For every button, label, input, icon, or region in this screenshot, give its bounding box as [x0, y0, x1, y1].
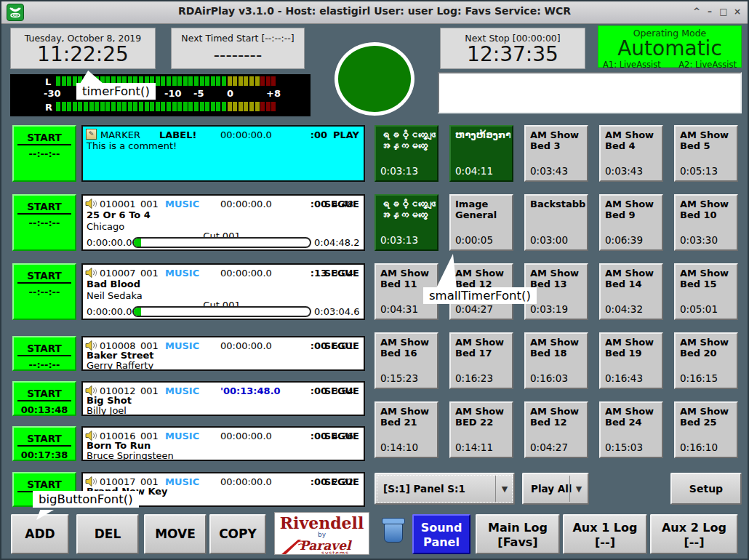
main-log-button-label-line: Main Log	[477, 521, 558, 535]
log-field-talk: :00	[298, 476, 327, 487]
operating-mode-panel[interactable]: Operating Mode Automatic A1: LiveAssist …	[598, 25, 742, 68]
log-start-button[interactable]: START00:17:38	[12, 426, 76, 461]
log-start-time: 00:17:38	[14, 449, 75, 460]
meter-segment	[205, 76, 209, 86]
log-entry-row[interactable]: 010016001MUSIC00:00:00.0:004:26SEGUEBorn…	[81, 426, 365, 461]
sound-panel-pad-time: 0:03:19	[530, 303, 568, 315]
sound-panel-pad[interactable]: AM ShowBed 160:15:23	[374, 332, 438, 389]
meter-segment	[177, 76, 182, 86]
maximize-icon[interactable]: □	[718, 6, 729, 17]
sound-panel-pad-label: AM ShowBed 17	[455, 337, 510, 359]
sound-panel-button-label-line: Sound	[414, 521, 469, 535]
sound-panel-pad-label: AM ShowBed 15	[680, 268, 735, 290]
move-button[interactable]: MOVE	[144, 514, 207, 554]
log-entry-row[interactable]: 010008001MUSIC00:00:00.0:006:01SEGUEBake…	[81, 336, 365, 371]
log-start-time: --:--:--	[14, 217, 75, 228]
sound-panel-pad-label-line: AM Show	[455, 268, 510, 279]
meter-segment	[73, 102, 77, 111]
sound-panel-pad-label-line: General	[455, 209, 510, 220]
meter-segment	[260, 102, 265, 111]
sound-panel-pad-time: 0:05:01	[680, 303, 718, 315]
sound-panel-pad[interactable]: AM ShowBed 100:03:30	[674, 194, 738, 251]
audio-meter: L R -30 -10 -5 0 +8	[10, 74, 311, 116]
sound-panel-pad[interactable]: AM ShowBed 210:14:10	[374, 401, 438, 458]
meter-segment	[271, 76, 276, 86]
marker-icon: ✎	[86, 129, 97, 140]
meter-segment	[62, 76, 66, 86]
sound-panel-pad[interactable]: ရခဝိ့ငတွေ့ဖျပ့အနှကမတွေ0:03:13	[374, 194, 438, 251]
log-start-button[interactable]: START--:--:--	[12, 263, 76, 320]
sound-panel-pad[interactable]: Backstabber0:03:00	[524, 194, 588, 251]
meter-segment	[249, 76, 254, 86]
sound-panel-pad[interactable]: ရခဝိ့ငတွေ့ဖျပ့အနှကမတွေ0:03:13	[374, 125, 438, 182]
meter-segment	[255, 102, 260, 111]
sound-panel-pad[interactable]: AM ShowBed 180:16:03	[524, 332, 588, 389]
sound-panel-pad-label-line: AM Show	[380, 268, 436, 279]
meter-segment	[95, 102, 99, 111]
meter-segment	[271, 102, 276, 111]
sound-panel-pad[interactable]: AM ShowBed 120:04:27	[524, 401, 588, 458]
log-title: Big Shot	[87, 395, 132, 406]
log-start-button[interactable]: START--:--:--	[12, 194, 76, 251]
shade-icon[interactable]: ^	[691, 6, 702, 17]
sound-panel-button-label-line: Panel	[414, 535, 469, 550]
log-artist: Chicago	[87, 221, 124, 232]
meter-segment	[117, 102, 121, 111]
sound-panel-pad-label-line: ရခဝိ့ငတွေ့ဖျပ့	[380, 199, 436, 209]
copy-button[interactable]: COPY	[209, 514, 266, 554]
sound-panel-pad-label: AM ShowBed 18	[530, 337, 585, 359]
aux1-log-button[interactable]: Aux 1 Log[--]	[563, 514, 647, 554]
sound-panel-pad[interactable]: AM ShowBed 50:05:13	[674, 125, 738, 182]
sound-panel-pad[interactable]: AM ShowBed 40:03:43	[599, 125, 663, 182]
add-button[interactable]: ADD	[11, 514, 69, 554]
sound-panel-pad-label-line: Backstabber	[530, 199, 585, 209]
sound-panel-button[interactable]: SoundPanel	[412, 514, 470, 554]
main-log-button-label: Main Log[Favs]	[477, 521, 558, 550]
log-start-button[interactable]: START--:--:--	[12, 336, 76, 371]
sound-panel-pad[interactable]: AM ShowBed 240:15:03	[599, 401, 663, 458]
log-duration-time: 0:04:48.2	[314, 237, 360, 248]
main-log-button[interactable]: Main Log[Favs]	[476, 514, 560, 554]
meter-segment	[228, 76, 232, 86]
setup-button[interactable]: Setup	[670, 473, 742, 505]
sound-panel-pad[interactable]: ImageGeneral0:00:05	[449, 194, 513, 251]
sound-panel-pad[interactable]: AM ShowBed 150:05:01	[674, 263, 738, 320]
log-start-button[interactable]: START--:--:--	[12, 125, 76, 182]
annotation-big-button-font: bigButtonFont()	[33, 491, 139, 508]
sound-panel-pad[interactable]: ຫາງຫ້ອງການ0:04:11	[449, 125, 513, 182]
sound-panel-pad-label: AM ShowBed 14	[605, 268, 660, 290]
log-field-time: '00:13:48.0	[220, 385, 281, 396]
log-entry-row[interactable]: 010007001MUSIC00:00:00.0:133:04SEGUEBad …	[81, 263, 365, 320]
log-start-label: START	[17, 476, 71, 492]
trash-icon[interactable]	[382, 518, 406, 545]
sound-panel-pad[interactable]: AM ShowBed 190:16:43	[599, 332, 663, 389]
sound-panel-pad[interactable]: AM ShowBed 30:03:43	[524, 125, 588, 182]
sound-panel-pad-time: 0:04:32	[605, 303, 643, 315]
log-entry-row[interactable]: 010012001MUSIC'00:13:48.0:003:54SEGUEBig…	[81, 381, 365, 416]
sound-panel-pad-label: AM ShowBed 10	[680, 199, 735, 221]
sound-panel-pad-label-line: AM Show	[530, 129, 585, 140]
sound-panel-pad[interactable]: AM ShowBed 200:16:15	[674, 332, 738, 389]
sound-panel-pad[interactable]: AM ShowBed 140:04:32	[599, 263, 663, 320]
sound-panel-pad-time: 0:03:43	[530, 165, 568, 177]
sound-panel-pad-label-line: AM Show	[605, 268, 660, 279]
aux2-log-button[interactable]: Aux 2 Log[--]	[650, 514, 738, 554]
panel-select-combo[interactable]: [S:1] Panel S:1 ▼	[374, 473, 515, 505]
log-field-type: MUSIC	[165, 476, 199, 487]
log-entry-row[interactable]: 010001001MUSIC00:00:00.0:004:48SEGUE25 O…	[81, 194, 365, 251]
minimize-icon[interactable]: –	[704, 6, 716, 17]
sound-panel-pad[interactable]: AM ShowBED 220:14:11	[449, 401, 513, 458]
sound-panel-pad[interactable]: AM ShowBed 90:06:39	[599, 194, 663, 251]
log-entry-row[interactable]: ✎MARKERLABEL!00:00:00.0:00PLAYThis is a …	[81, 125, 365, 182]
sound-panel-pad-label: ImageGeneral	[455, 199, 510, 221]
sound-panel-pad-label: Backstabber	[530, 199, 585, 209]
log-start-button[interactable]: START00:13:48	[12, 381, 76, 416]
sound-panel-pad[interactable]: AM ShowBed 170:16:23	[449, 332, 513, 389]
del-button[interactable]: DEL	[76, 514, 139, 554]
play-mode-combo[interactable]: Play All ▼	[522, 473, 589, 505]
close-icon[interactable]: ×	[732, 6, 743, 17]
log-field-trans: SEGUE	[324, 431, 359, 441]
log-progress-fill	[134, 239, 141, 247]
sound-panel-pad[interactable]: AM ShowBed 250:16:10	[674, 401, 738, 458]
sound-panel-pad-time: 0:16:43	[605, 372, 643, 384]
